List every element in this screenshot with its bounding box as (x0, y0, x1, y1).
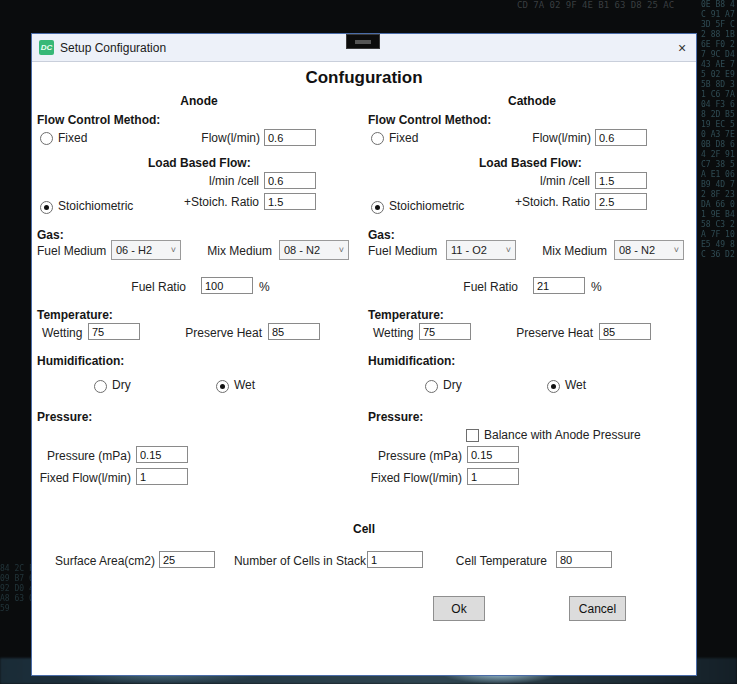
anode-flow-input[interactable] (264, 129, 316, 146)
anode-wetting-label: Wetting (42, 326, 82, 340)
cathode-humidification-label: Humidification: (368, 354, 455, 368)
cathode-stoichiometric-radio-label[interactable]: Stoichiometric (389, 199, 464, 213)
cathode-lmin-cell-input[interactable] (595, 172, 647, 189)
anode-fuel-medium-value: 06 - H2 (116, 244, 152, 256)
cathode-flow-input[interactable] (595, 129, 647, 146)
anode-preserve-heat-label: Preserve Heat (162, 326, 262, 340)
anode-temperature-label: Temperature: (37, 308, 113, 322)
cathode-stoichiometric-radio[interactable] (371, 201, 384, 214)
surface-area-input[interactable] (159, 551, 215, 568)
cathode-pressure-mpa-label: Pressure (mPa) (363, 449, 462, 463)
anode-fuel-ratio-label: Fuel Ratio (92, 280, 186, 294)
cathode-fixed-flow-input[interactable] (467, 468, 519, 485)
cathode-wetting-label: Wetting (373, 326, 413, 340)
anode-mix-medium-label: Mix Medium (187, 244, 272, 258)
balance-with-anode-label[interactable]: Balance with Anode Pressure (484, 428, 641, 442)
anode-flow-label: Flow(l/min) (152, 131, 260, 145)
anode-column-header: Anode (32, 94, 366, 108)
anode-fuel-ratio-input[interactable] (201, 277, 253, 294)
anode-stoich-ratio-input[interactable] (264, 193, 316, 210)
anode-pressure-mpa-input[interactable] (136, 446, 188, 463)
title-bar[interactable]: DC Setup Configuration × (32, 34, 696, 62)
cathode-flow-control-label: Flow Control Method: (368, 113, 491, 127)
app-icon: DC (39, 40, 54, 55)
anode-fuel-medium-label: Fuel Medium (37, 244, 106, 258)
anode-lmin-cell-label: l/min /cell (152, 174, 259, 188)
cathode-fuel-ratio-input[interactable] (533, 277, 585, 294)
cathode-wet-radio[interactable] (547, 380, 560, 393)
cathode-wetting-input[interactable] (419, 323, 471, 340)
cathode-column-header: Cathode (366, 94, 698, 108)
chevron-down-icon: ˅ (171, 246, 176, 255)
anode-mix-medium-select[interactable]: 08 - N2 ˅ (279, 240, 349, 260)
cathode-mix-medium-value: 08 - N2 (619, 244, 655, 256)
screen-notch-overlay (346, 34, 380, 49)
wallpaper-glyph-topright: CD 7A 02 9F 4E B1 63 D8 25 AC (517, 0, 697, 26)
anode-mix-medium-value: 08 - N2 (284, 244, 320, 256)
anode-wetting-input[interactable] (88, 323, 140, 340)
anode-pressure-label: Pressure: (37, 410, 92, 424)
balance-with-anode-checkbox[interactable] (466, 429, 479, 442)
chevron-down-icon: ˅ (506, 246, 511, 255)
cathode-fixed-radio-label[interactable]: Fixed (389, 131, 418, 145)
close-icon[interactable]: × (666, 34, 698, 62)
anode-humidification-label: Humidification: (37, 354, 124, 368)
anode-dry-radio-label[interactable]: Dry (112, 378, 131, 392)
cathode-load-based-flow-label: Load Based Flow: (479, 156, 582, 170)
cathode-stoich-ratio-input[interactable] (595, 193, 647, 210)
chevron-down-icon: ˅ (339, 246, 344, 255)
anode-flow-control-label: Flow Control Method: (37, 113, 160, 127)
anode-wet-radio-label[interactable]: Wet (234, 378, 255, 392)
cathode-fuel-medium-label: Fuel Medium (368, 244, 437, 258)
ok-button[interactable]: Ok (433, 596, 485, 621)
cathode-gas-label: Gas: (368, 228, 395, 242)
page-title: Confuguration (32, 68, 696, 88)
cathode-mix-medium-select[interactable]: 08 - N2 ˅ (614, 240, 684, 260)
anode-fixed-flow-label: Fixed Flow(l/min) (32, 471, 131, 485)
anode-gas-label: Gas: (37, 228, 64, 242)
anode-pressure-mpa-label: Pressure (mPa) (32, 449, 131, 463)
anode-dry-radio[interactable] (94, 380, 107, 393)
cathode-mix-medium-label: Mix Medium (522, 244, 607, 258)
cell-section-header: Cell (32, 522, 696, 536)
chevron-down-icon: ˅ (674, 246, 679, 255)
num-cells-label: Number of Cells in Stack (228, 554, 366, 568)
notch-dash (355, 40, 371, 44)
cathode-percent-label: % (591, 280, 602, 294)
cathode-dry-radio-label[interactable]: Dry (443, 378, 462, 392)
anode-fixed-flow-input[interactable] (136, 468, 188, 485)
anode-fuel-medium-select[interactable]: 06 - H2 ˅ (111, 240, 181, 260)
wallpaper-glyph-column: 0E B8 4C 91 A7 3D 5F C2 88 1B 6E F0 27 9… (701, 0, 737, 684)
anode-stoichiometric-radio[interactable] (40, 201, 53, 214)
anode-load-based-flow-label: Load Based Flow: (148, 156, 251, 170)
cathode-preserve-heat-input[interactable] (599, 323, 651, 340)
cathode-fuel-ratio-label: Fuel Ratio (424, 280, 518, 294)
cell-temperature-label: Cell Temperature (447, 554, 547, 568)
cathode-dry-radio[interactable] (425, 380, 438, 393)
cathode-wet-radio-label[interactable]: Wet (565, 378, 586, 392)
cathode-fuel-medium-value: 11 - O2 (451, 244, 487, 256)
cathode-flow-label: Flow(l/min) (483, 131, 591, 145)
anode-fixed-radio[interactable] (40, 132, 53, 145)
cell-temperature-input[interactable] (556, 551, 612, 568)
surface-area-label: Surface Area(cm2) (47, 554, 155, 568)
anode-stoich-ratio-label: +Stoich. Ratio (152, 195, 259, 209)
anode-lmin-cell-input[interactable] (264, 172, 316, 189)
anode-percent-label: % (259, 280, 270, 294)
anode-stoichiometric-radio-label[interactable]: Stoichiometric (58, 199, 133, 213)
cathode-preserve-heat-label: Preserve Heat (493, 326, 593, 340)
setup-configuration-dialog: DC Setup Configuration × Confuguration A… (31, 33, 697, 676)
anode-fixed-radio-label[interactable]: Fixed (58, 131, 87, 145)
cathode-pressure-label: Pressure: (368, 410, 423, 424)
window-title: Setup Configuration (60, 34, 166, 62)
cathode-fixed-flow-label: Fixed Flow(l/min) (363, 471, 462, 485)
cathode-fuel-medium-select[interactable]: 11 - O2 ˅ (446, 240, 516, 260)
cathode-stoich-ratio-label: +Stoich. Ratio (483, 195, 590, 209)
cathode-pressure-mpa-input[interactable] (467, 446, 519, 463)
anode-wet-radio[interactable] (216, 380, 229, 393)
cancel-button[interactable]: Cancel (569, 596, 626, 621)
cathode-fixed-radio[interactable] (371, 132, 384, 145)
num-cells-input[interactable] (367, 551, 423, 568)
anode-preserve-heat-input[interactable] (268, 323, 320, 340)
cathode-temperature-label: Temperature: (368, 308, 444, 322)
